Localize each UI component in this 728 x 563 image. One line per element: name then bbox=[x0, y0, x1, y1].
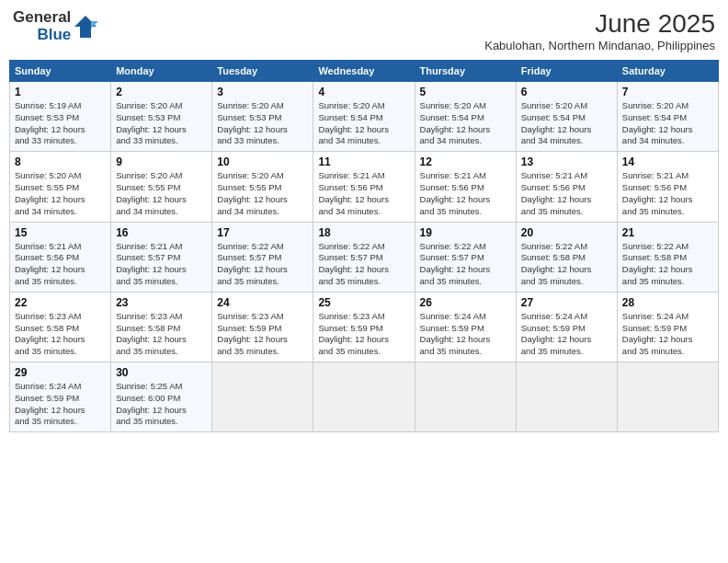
day-info: Sunrise: 5:20 AMSunset: 5:54 PMDaylight:… bbox=[420, 100, 511, 147]
calendar-day-cell: 2Sunrise: 5:20 AMSunset: 5:53 PMDaylight… bbox=[111, 82, 212, 152]
day-info: Sunrise: 5:21 AMSunset: 5:56 PMDaylight:… bbox=[420, 170, 511, 217]
day-number: 3 bbox=[217, 86, 308, 98]
day-number: 8 bbox=[15, 155, 106, 168]
calendar-day-cell bbox=[313, 362, 415, 432]
title-section: June 2025 Kabulohan, Northern Mindanao, … bbox=[484, 9, 715, 52]
day-number: 24 bbox=[217, 296, 308, 309]
day-number: 16 bbox=[116, 226, 207, 239]
logo: General Blue bbox=[13, 9, 98, 43]
day-number: 26 bbox=[420, 296, 511, 309]
day-number: 13 bbox=[521, 155, 612, 168]
day-info: Sunrise: 5:23 AMSunset: 5:58 PMDaylight:… bbox=[15, 311, 106, 358]
calendar-day-cell: 13Sunrise: 5:21 AMSunset: 5:56 PMDayligh… bbox=[516, 152, 617, 222]
day-info: Sunrise: 5:21 AMSunset: 5:57 PMDaylight:… bbox=[116, 241, 207, 288]
calendar-table: SundayMondayTuesdayWednesdayThursdayFrid… bbox=[9, 60, 719, 432]
calendar-day-cell: 7Sunrise: 5:20 AMSunset: 5:54 PMDaylight… bbox=[617, 82, 718, 152]
day-number: 30 bbox=[116, 366, 207, 379]
calendar-day-cell: 11Sunrise: 5:21 AMSunset: 5:56 PMDayligh… bbox=[313, 152, 415, 222]
day-number: 27 bbox=[521, 296, 612, 309]
day-number: 28 bbox=[622, 296, 713, 309]
calendar-week-row: 29Sunrise: 5:24 AMSunset: 5:59 PMDayligh… bbox=[10, 362, 719, 432]
day-info: Sunrise: 5:23 AMSunset: 5:58 PMDaylight:… bbox=[116, 311, 207, 358]
calendar-day-cell: 14Sunrise: 5:21 AMSunset: 5:56 PMDayligh… bbox=[617, 152, 718, 222]
calendar-day-cell: 9Sunrise: 5:20 AMSunset: 5:55 PMDaylight… bbox=[111, 152, 212, 222]
calendar-day-cell bbox=[617, 362, 718, 432]
calendar-day-cell: 15Sunrise: 5:21 AMSunset: 5:56 PMDayligh… bbox=[10, 222, 111, 292]
logo-text-line1: General bbox=[13, 9, 71, 27]
calendar-day-cell: 8Sunrise: 5:20 AMSunset: 5:55 PMDaylight… bbox=[10, 152, 111, 222]
weekday-header-friday: Friday bbox=[516, 61, 617, 82]
calendar-day-cell: 5Sunrise: 5:20 AMSunset: 5:54 PMDaylight… bbox=[415, 82, 516, 152]
day-info: Sunrise: 5:24 AMSunset: 5:59 PMDaylight:… bbox=[420, 311, 511, 358]
calendar-day-cell: 20Sunrise: 5:22 AMSunset: 5:58 PMDayligh… bbox=[516, 222, 617, 292]
day-info: Sunrise: 5:20 AMSunset: 5:55 PMDaylight:… bbox=[15, 170, 106, 217]
calendar-week-row: 15Sunrise: 5:21 AMSunset: 5:56 PMDayligh… bbox=[10, 222, 719, 292]
calendar-day-cell: 24Sunrise: 5:23 AMSunset: 5:59 PMDayligh… bbox=[212, 292, 313, 362]
calendar-day-cell: 18Sunrise: 5:22 AMSunset: 5:57 PMDayligh… bbox=[313, 222, 415, 292]
day-number: 9 bbox=[116, 155, 207, 168]
weekday-header-monday: Monday bbox=[111, 61, 212, 82]
day-number: 22 bbox=[15, 296, 106, 309]
day-number: 20 bbox=[521, 226, 612, 239]
location-subtitle: Kabulohan, Northern Mindanao, Philippine… bbox=[484, 39, 715, 52]
day-number: 1 bbox=[15, 86, 106, 98]
calendar-day-cell: 3Sunrise: 5:20 AMSunset: 5:53 PMDaylight… bbox=[212, 82, 313, 152]
day-number: 18 bbox=[318, 226, 409, 239]
svg-marker-0 bbox=[74, 16, 97, 38]
day-info: Sunrise: 5:20 AMSunset: 5:55 PMDaylight:… bbox=[217, 170, 308, 217]
weekday-header-row: SundayMondayTuesdayWednesdayThursdayFrid… bbox=[10, 61, 719, 82]
day-info: Sunrise: 5:19 AMSunset: 5:53 PMDaylight:… bbox=[15, 100, 106, 147]
calendar-day-cell bbox=[212, 362, 313, 432]
logo-icon bbox=[73, 14, 98, 40]
weekday-header-wednesday: Wednesday bbox=[313, 61, 415, 82]
day-number: 10 bbox=[217, 155, 308, 168]
calendar-week-row: 1Sunrise: 5:19 AMSunset: 5:53 PMDaylight… bbox=[10, 82, 719, 152]
calendar-day-cell: 23Sunrise: 5:23 AMSunset: 5:58 PMDayligh… bbox=[111, 292, 212, 362]
day-number: 12 bbox=[420, 155, 511, 168]
day-info: Sunrise: 5:22 AMSunset: 5:58 PMDaylight:… bbox=[521, 241, 612, 288]
weekday-header-thursday: Thursday bbox=[415, 61, 516, 82]
month-title: June 2025 bbox=[484, 9, 715, 39]
calendar-week-row: 22Sunrise: 5:23 AMSunset: 5:58 PMDayligh… bbox=[10, 292, 719, 362]
day-info: Sunrise: 5:24 AMSunset: 5:59 PMDaylight:… bbox=[521, 311, 612, 358]
calendar-day-cell: 27Sunrise: 5:24 AMSunset: 5:59 PMDayligh… bbox=[516, 292, 617, 362]
logo-text-line2: Blue bbox=[37, 27, 71, 44]
day-info: Sunrise: 5:20 AMSunset: 5:53 PMDaylight:… bbox=[217, 100, 308, 147]
calendar-day-cell: 12Sunrise: 5:21 AMSunset: 5:56 PMDayligh… bbox=[415, 152, 516, 222]
day-info: Sunrise: 5:20 AMSunset: 5:53 PMDaylight:… bbox=[116, 100, 207, 147]
calendar-day-cell: 1Sunrise: 5:19 AMSunset: 5:53 PMDaylight… bbox=[10, 82, 111, 152]
day-info: Sunrise: 5:25 AMSunset: 6:00 PMDaylight:… bbox=[116, 381, 207, 428]
calendar-day-cell: 26Sunrise: 5:24 AMSunset: 5:59 PMDayligh… bbox=[415, 292, 516, 362]
calendar-day-cell: 29Sunrise: 5:24 AMSunset: 5:59 PMDayligh… bbox=[10, 362, 111, 432]
day-info: Sunrise: 5:23 AMSunset: 5:59 PMDaylight:… bbox=[217, 311, 308, 358]
day-number: 4 bbox=[318, 86, 409, 98]
day-info: Sunrise: 5:21 AMSunset: 5:56 PMDaylight:… bbox=[521, 170, 612, 217]
calendar-day-cell: 28Sunrise: 5:24 AMSunset: 5:59 PMDayligh… bbox=[617, 292, 718, 362]
calendar-day-cell: 6Sunrise: 5:20 AMSunset: 5:54 PMDaylight… bbox=[516, 82, 617, 152]
weekday-header-saturday: Saturday bbox=[617, 61, 718, 82]
calendar-day-cell: 17Sunrise: 5:22 AMSunset: 5:57 PMDayligh… bbox=[212, 222, 313, 292]
calendar-day-cell bbox=[415, 362, 516, 432]
weekday-header-tuesday: Tuesday bbox=[212, 61, 313, 82]
calendar-day-cell: 16Sunrise: 5:21 AMSunset: 5:57 PMDayligh… bbox=[111, 222, 212, 292]
page-header: General Blue June 2025 Kabulohan, Northe… bbox=[9, 9, 719, 52]
day-info: Sunrise: 5:24 AMSunset: 5:59 PMDaylight:… bbox=[15, 381, 106, 428]
day-number: 21 bbox=[622, 226, 713, 239]
day-info: Sunrise: 5:22 AMSunset: 5:57 PMDaylight:… bbox=[318, 241, 409, 288]
day-info: Sunrise: 5:21 AMSunset: 5:56 PMDaylight:… bbox=[15, 241, 106, 288]
day-info: Sunrise: 5:20 AMSunset: 5:55 PMDaylight:… bbox=[116, 170, 207, 217]
calendar-day-cell: 21Sunrise: 5:22 AMSunset: 5:58 PMDayligh… bbox=[617, 222, 718, 292]
day-info: Sunrise: 5:20 AMSunset: 5:54 PMDaylight:… bbox=[318, 100, 409, 147]
day-info: Sunrise: 5:20 AMSunset: 5:54 PMDaylight:… bbox=[622, 100, 713, 147]
calendar-day-cell: 4Sunrise: 5:20 AMSunset: 5:54 PMDaylight… bbox=[313, 82, 415, 152]
svg-marker-1 bbox=[91, 21, 98, 29]
day-number: 15 bbox=[15, 226, 106, 239]
day-number: 2 bbox=[116, 86, 207, 98]
day-info: Sunrise: 5:23 AMSunset: 5:59 PMDaylight:… bbox=[318, 311, 409, 358]
day-number: 5 bbox=[420, 86, 511, 98]
day-number: 17 bbox=[217, 226, 308, 239]
day-number: 14 bbox=[622, 155, 713, 168]
calendar-day-cell: 25Sunrise: 5:23 AMSunset: 5:59 PMDayligh… bbox=[313, 292, 415, 362]
day-info: Sunrise: 5:22 AMSunset: 5:57 PMDaylight:… bbox=[420, 241, 511, 288]
calendar-week-row: 8Sunrise: 5:20 AMSunset: 5:55 PMDaylight… bbox=[10, 152, 719, 222]
